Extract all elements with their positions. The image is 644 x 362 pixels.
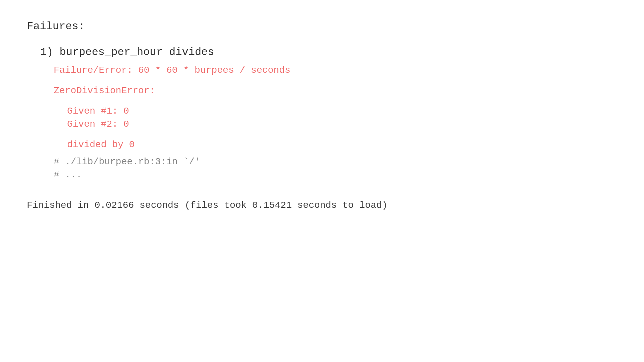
failure-method: burpees_per_hour divides bbox=[60, 46, 214, 58]
failure-number: 1) bbox=[40, 46, 60, 58]
failure-error-line: Failure/Error: 60 * 60 * burpees / secon… bbox=[54, 65, 617, 75]
divided-by: divided by 0 bbox=[67, 139, 617, 150]
given2: Given #2: 0 bbox=[67, 119, 617, 129]
given-block: Given #1: 0 Given #2: 0 bbox=[67, 106, 617, 129]
failure-error-type: ZeroDivisionError: bbox=[54, 85, 617, 96]
stack-trace-2: # ... bbox=[54, 170, 617, 180]
failures-header: Failures: bbox=[27, 20, 617, 33]
stack-trace-1: # ./lib/burpee.rb:3:in `/' bbox=[54, 157, 617, 167]
failure-item: 1) burpees_per_hour divides Failure/Erro… bbox=[40, 46, 617, 180]
given1: Given #1: 0 bbox=[67, 106, 617, 116]
failure-title: 1) burpees_per_hour divides bbox=[40, 46, 617, 58]
finished-line: Finished in 0.02166 seconds (files took … bbox=[27, 200, 617, 210]
